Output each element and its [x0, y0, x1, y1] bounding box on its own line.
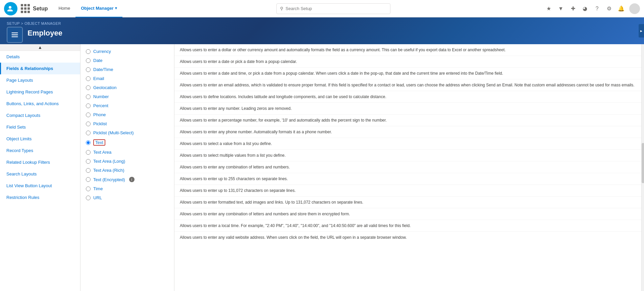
- field-type-radio-geolocation[interactable]: [86, 85, 91, 90]
- nav-tab-home[interactable]: Home: [53, 0, 75, 17]
- user-avatar[interactable]: [629, 3, 640, 14]
- description-picklist: Allows users to select a value from a li…: [174, 138, 644, 150]
- description-url: Allows users to enter any valid website …: [174, 232, 644, 243]
- object-icon: [7, 27, 23, 43]
- breadcrumb: SETUP > OBJECT MANAGER: [7, 21, 637, 25]
- field-type-radio-number[interactable]: [86, 94, 91, 99]
- field-type-radio-currency[interactable]: [86, 49, 91, 54]
- field-type-radio-text-area-rich[interactable]: [86, 168, 91, 173]
- field-type-label-text-area-long: Text Area (Long): [93, 159, 125, 164]
- help-feedback-icon[interactable]: ◕: [581, 5, 589, 13]
- field-type-item-number[interactable]: Number: [80, 92, 174, 101]
- field-type-radio-text-area[interactable]: [86, 150, 91, 155]
- search-icon: ⚲: [280, 6, 283, 11]
- sidebar-item-list-view-button-layout[interactable]: List View Button Layout: [0, 180, 80, 192]
- sidebar-item-page-layouts[interactable]: Page Layouts: [0, 74, 80, 86]
- field-type-item-text-encrypted[interactable]: Text (Encrypted)i: [80, 175, 174, 184]
- main-layout: ▲ DetailsFields & RelationshipsPage Layo…: [0, 44, 644, 291]
- sidebar-item-lightning-record-pages[interactable]: Lightning Record Pages: [0, 86, 80, 98]
- sidebar-item-related-lookup-filters[interactable]: Related Lookup Filters: [0, 156, 80, 168]
- description-text-encrypted: Allows users to enter any combination of…: [174, 208, 644, 220]
- description-geolocation: Allows users to define locations. Includ…: [174, 91, 644, 103]
- field-type-item-text[interactable]: Text: [80, 137, 174, 148]
- field-type-radio-picklist[interactable]: [86, 122, 91, 126]
- sidebar-item-details[interactable]: Details: [0, 51, 80, 63]
- nav-tab-object-manager[interactable]: Object Manager ▾: [75, 0, 122, 17]
- field-type-radio-text-encrypted[interactable]: [86, 177, 91, 182]
- sidebar-item-record-types[interactable]: Record Types: [0, 145, 80, 156]
- search-bar: ⚲: [122, 3, 545, 14]
- field-type-label-time: Time: [93, 186, 103, 191]
- field-type-label-currency: Currency: [93, 49, 111, 54]
- field-type-radio-url[interactable]: [86, 196, 91, 200]
- field-type-label-text: Text: [93, 139, 105, 146]
- salesforce-logo[interactable]: [4, 2, 17, 15]
- field-type-radio-email[interactable]: [86, 76, 91, 81]
- sidebar-nav: DetailsFields & RelationshipsPage Layout…: [0, 51, 80, 203]
- sidebar-item-restriction-rules[interactable]: Restriction Rules: [0, 192, 80, 203]
- field-type-item-percent[interactable]: Percent: [80, 101, 174, 110]
- breadcrumb-setup[interactable]: SETUP: [7, 21, 20, 25]
- field-type-label-picklist-multi: Picklist (Multi-Select): [93, 130, 134, 135]
- sidebar-item-compact-layouts[interactable]: Compact Layouts: [0, 110, 80, 121]
- description-datetime: Allows users to enter a date and time, o…: [174, 68, 644, 79]
- field-type-radio-datetime[interactable]: [86, 67, 91, 72]
- field-type-label-number: Number: [93, 94, 109, 99]
- field-type-item-text-area-rich[interactable]: Text Area (Rich): [80, 166, 174, 175]
- description-phone: Allows users to enter any phone number. …: [174, 126, 644, 138]
- sidebar-item-object-limits[interactable]: Object Limits: [0, 133, 80, 145]
- field-type-item-text-area[interactable]: Text Area: [80, 148, 174, 157]
- description-date: Allows users to enter a date or pick a d…: [174, 56, 644, 68]
- field-type-radio-text-area-long[interactable]: [86, 159, 91, 164]
- field-type-radio-phone[interactable]: [86, 113, 91, 117]
- description-number: Allows users to enter any number. Leadin…: [174, 103, 644, 115]
- field-type-radio-date[interactable]: [86, 58, 91, 63]
- field-type-radio-time[interactable]: [86, 187, 91, 191]
- description-text: Allows users to enter any combination of…: [174, 161, 644, 173]
- field-type-label-phone: Phone: [93, 112, 106, 117]
- description-email: Allows users to enter an email address, …: [174, 79, 644, 91]
- field-type-radio-text[interactable]: [86, 140, 91, 145]
- notifications-icon[interactable]: 🔔: [617, 5, 625, 13]
- field-type-item-phone[interactable]: Phone: [80, 110, 174, 119]
- sidebar-item-search-layouts[interactable]: Search Layouts: [0, 168, 80, 180]
- info-icon-text-encrypted[interactable]: i: [129, 177, 135, 182]
- field-type-item-picklist-multi[interactable]: Picklist (Multi-Select): [80, 128, 174, 137]
- field-type-label-datetime: Date/Time: [93, 67, 113, 72]
- description-currency: Allows users to enter a dollar or other …: [174, 44, 644, 56]
- field-type-radio-picklist-multi[interactable]: [86, 131, 91, 135]
- search-input-wrap[interactable]: ⚲: [276, 3, 390, 14]
- favorites-icon[interactable]: ★: [545, 5, 553, 13]
- description-scrollbar-track[interactable]: [641, 44, 644, 291]
- sidebar-item-field-sets[interactable]: Field Sets: [0, 121, 80, 133]
- field-type-label-email: Email: [93, 76, 104, 81]
- settings-icon[interactable]: ⚙: [605, 5, 613, 13]
- description-scrollbar-thumb[interactable]: [642, 143, 644, 183]
- favorites-dropdown-icon[interactable]: ▼: [557, 5, 565, 13]
- sidebar-item-fields-relationships[interactable]: Fields & Relationships: [0, 63, 80, 74]
- sidebar-scroll-up[interactable]: ▲: [0, 44, 80, 51]
- field-type-item-geolocation[interactable]: Geolocation: [80, 83, 174, 92]
- field-type-label-text-area: Text Area: [93, 150, 111, 155]
- description-percent: Allows users to enter a percentage numbe…: [174, 115, 644, 126]
- field-type-item-url[interactable]: URL: [80, 193, 174, 202]
- field-type-item-currency[interactable]: Currency: [80, 47, 174, 56]
- field-type-label-picklist: Picklist: [93, 121, 107, 126]
- header-scroll-indicator[interactable]: ►: [639, 24, 644, 38]
- help-icon[interactable]: ?: [593, 5, 601, 13]
- search-input[interactable]: [285, 6, 387, 11]
- field-type-item-datetime[interactable]: Date/Time: [80, 65, 174, 74]
- field-type-item-picklist[interactable]: Picklist: [80, 119, 174, 128]
- field-type-item-text-area-long[interactable]: Text Area (Long): [80, 157, 174, 166]
- breadcrumb-object-manager[interactable]: OBJECT MANAGER: [24, 21, 61, 25]
- app-launcher-icon[interactable]: [21, 4, 30, 13]
- sidebar-item-buttons-links-actions[interactable]: Buttons, Links, and Actions: [0, 98, 80, 110]
- field-type-item-time[interactable]: Time: [80, 184, 174, 193]
- field-type-radio-percent[interactable]: [86, 103, 91, 108]
- add-icon[interactable]: ✚: [569, 5, 577, 13]
- object-title: Employee: [28, 29, 62, 41]
- field-type-item-date[interactable]: Date: [80, 56, 174, 65]
- field-type-panel: CurrencyDateDate/TimeEmailGeolocationNum…: [80, 44, 174, 291]
- sidebar: ▲ DetailsFields & RelationshipsPage Layo…: [0, 44, 80, 291]
- field-type-item-email[interactable]: Email: [80, 74, 174, 83]
